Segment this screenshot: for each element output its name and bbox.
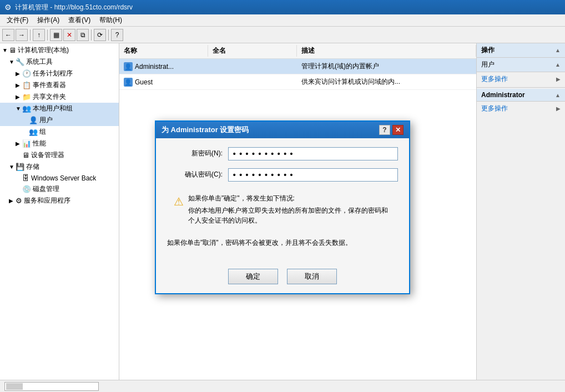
cell-guest-name: 👤 Guest — [119, 77, 208, 88]
menu-view[interactable]: 查看(V) — [64, 14, 95, 26]
table-header: 名称 全名 描述 — [119, 43, 476, 59]
delete-button[interactable]: ✕ — [63, 29, 75, 41]
col-desc: 描述 — [297, 45, 476, 57]
arrow-right-icon: ▶ — [556, 76, 561, 82]
sidebar-label-users: 用户 — [39, 115, 53, 125]
sidebar-label-taskscheduler: 任务计划程序 — [33, 69, 73, 78]
new-password-label: 新密码(N): — [167, 149, 228, 158]
sidebar-label-localusers: 本地用户和组 — [33, 104, 73, 113]
new-password-input[interactable] — [228, 147, 398, 160]
dialog-help-button[interactable]: ? — [379, 125, 390, 135]
back-button[interactable]: ← — [2, 29, 14, 41]
menu-file[interactable]: 文件(F) — [2, 14, 33, 26]
dialog-titlebar: 为 Administrator 设置密码 ? ✕ — [156, 122, 409, 138]
sidebar-item-groups[interactable]: 👥 组 — [0, 126, 119, 138]
status-bar — [0, 380, 565, 392]
dialog-close-button[interactable]: ✕ — [392, 125, 403, 135]
sidebar-label-groups: 组 — [39, 127, 46, 137]
sidebar-label-sharedfolder: 共享文件夹 — [33, 92, 66, 102]
sidebar-root[interactable]: ▼ 🖥 计算机管理(本地) — [0, 44, 119, 56]
chevron-up-icon: ▲ — [555, 47, 561, 53]
warning-detail: 你的本地用户帐户将立即失去对他的所有加密的文件，保存的密码和个人安全证书的访问权… — [188, 205, 391, 225]
toolbar-separator2 — [47, 29, 48, 41]
right-section-subtitle-users: 用户 ▲ — [477, 58, 565, 72]
dialog-ok-button[interactable]: 确定 — [228, 269, 278, 284]
right-actions-label: 操作 — [481, 46, 495, 55]
chevron-up-icon3: ▲ — [555, 92, 561, 98]
sidebar-item-users[interactable]: 👤 用户 — [0, 114, 119, 126]
scrollbar-thumb[interactable] — [6, 383, 23, 390]
cell-admin-fullname — [208, 66, 297, 68]
dialog-title: 为 Administrator 设置密码 — [162, 125, 249, 135]
more-actions2-label: 更多操作 — [481, 104, 508, 113]
warning-box: ⚠ 如果你单击"确定"，将发生如下情况: 你的本地用户帐户将立即失去对他的所有加… — [167, 189, 398, 230]
right-divider — [477, 87, 565, 88]
sidebar-item-localusers[interactable]: ▼ 👥 本地用户和组 — [0, 103, 119, 114]
sidebar-item-wsbackup[interactable]: 🗄 Windows Server Back — [0, 173, 119, 183]
status-scrollbar[interactable] — [4, 382, 99, 391]
sidebar: ▼ 🖥 计算机管理(本地) ▼ 🔧 系统工具 ▶ 🕐 任务计划程序 ▶ 📋 事件… — [0, 43, 119, 380]
table-row[interactable]: 👤 Guest 供来宾访问计算机或访问域的内... — [119, 74, 476, 90]
sidebar-label-eventviewer: 事件查看器 — [33, 81, 66, 90]
sidebar-label-performance: 性能 — [33, 139, 46, 148]
show-hide-button[interactable]: ▦ — [50, 29, 62, 41]
user-icon-guest: 👤 — [124, 78, 133, 87]
arrow-right-icon2: ▶ — [556, 105, 561, 112]
toolbar: ← → ↑ ▦ ✕ ⧉ ⟳ ? — [0, 27, 565, 43]
sidebar-label-systools: 系统工具 — [26, 57, 53, 67]
forward-button[interactable]: → — [16, 29, 28, 41]
dialog-body: 新密码(N): 确认密码(C): ⚠ 如果你单击"确定"，将发生如下情况: 你的… — [156, 138, 409, 262]
toolbar-separator4 — [108, 29, 109, 41]
right-more-actions2[interactable]: 更多操作 ▶ — [477, 102, 565, 115]
warning-content: 如果你单击"确定"，将发生如下情况: 你的本地用户帐户将立即失去对他的所有加密的… — [188, 194, 391, 225]
toolbar-separator — [30, 29, 31, 41]
col-fullname: 全名 — [208, 45, 297, 57]
cell-admin-name: 👤 Administrat... — [119, 61, 208, 72]
confirm-password-input[interactable] — [228, 168, 398, 182]
sidebar-item-systools[interactable]: ▼ 🔧 系统工具 — [0, 56, 119, 68]
right-more-actions1[interactable]: 更多操作 ▶ — [477, 72, 565, 86]
title-bar: ⚙ 计算机管理 - http://blog.51cto.com/rdsrv — [0, 0, 565, 14]
col-name: 名称 — [119, 45, 208, 57]
sidebar-root-label: 计算机管理(本地) — [18, 46, 69, 55]
confirm-password-row: 确认密码(C): — [167, 168, 398, 182]
confirm-password-label: 确认密码(C): — [167, 170, 228, 179]
sidebar-item-sharedfolder[interactable]: ▶ 📁 共享文件夹 — [0, 91, 119, 103]
right-users-label: 用户 — [481, 60, 495, 69]
sidebar-item-devicemgr[interactable]: 🖥 设备管理器 — [0, 149, 119, 161]
title-text: 计算机管理 - http://blog.51cto.com/rdsrv — [15, 3, 133, 12]
properties-button[interactable]: ⧉ — [77, 29, 89, 41]
dialog-cancel-button[interactable]: 取消 — [287, 269, 337, 284]
sidebar-label-devicemgr: 设备管理器 — [31, 150, 64, 160]
cell-guest-fullname — [208, 81, 297, 83]
user-icon-admin: 👤 — [124, 62, 133, 71]
right-section-title-actions: 操作 ▲ — [477, 43, 565, 58]
toolbar-separator3 — [91, 29, 92, 41]
sidebar-item-taskscheduler[interactable]: ▶ 🕐 任务计划程序 — [0, 68, 119, 79]
warning-header: 如果你单击"确定"，将发生如下情况: — [188, 194, 391, 203]
menu-action[interactable]: 操作(A) — [33, 14, 64, 26]
chevron-up-icon2: ▲ — [555, 62, 561, 68]
right-admin-label: Administrator — [481, 91, 525, 99]
new-password-row: 新密码(N): — [167, 147, 398, 160]
dialog-controls: ? ✕ — [379, 125, 403, 135]
right-section-title-admin: Administrator ▲ — [477, 89, 565, 102]
table-row[interactable]: 👤 Administrat... 管理计算机(域)的内置帐户 — [119, 59, 476, 74]
up-button[interactable]: ↑ — [33, 29, 45, 41]
help-button[interactable]: ? — [111, 29, 123, 41]
sidebar-item-storage[interactable]: ▼ 💾 存储 — [0, 161, 119, 173]
sidebar-item-diskmgmt[interactable]: 💿 磁盘管理 — [0, 183, 119, 195]
sidebar-item-services[interactable]: ▶ ⚙ 服务和应用程序 — [0, 195, 119, 207]
cell-guest-desc: 供来宾访问计算机或访问域的内... — [297, 76, 476, 88]
app-icon: ⚙ — [4, 3, 12, 12]
sidebar-label-services: 服务和应用程序 — [24, 196, 70, 205]
sidebar-item-eventviewer[interactable]: ▶ 📋 事件查看器 — [0, 79, 119, 91]
refresh-button[interactable]: ⟳ — [94, 29, 106, 41]
set-password-dialog: 为 Administrator 设置密码 ? ✕ 新密码(N): 确认密码(C)… — [155, 120, 410, 294]
menu-help[interactable]: 帮助(H) — [95, 14, 127, 26]
cancel-info-text: 如果你单击"取消"，密码将不会被更改，并且将不会丢失数据。 — [167, 235, 398, 253]
more-actions1-label: 更多操作 — [481, 74, 508, 84]
dialog-footer: 确定 取消 — [156, 262, 409, 293]
right-panel: 操作 ▲ 用户 ▲ 更多操作 ▶ Administrator ▲ 更多操作 ▶ — [476, 43, 565, 380]
sidebar-item-performance[interactable]: ▶ 📊 性能 — [0, 138, 119, 149]
